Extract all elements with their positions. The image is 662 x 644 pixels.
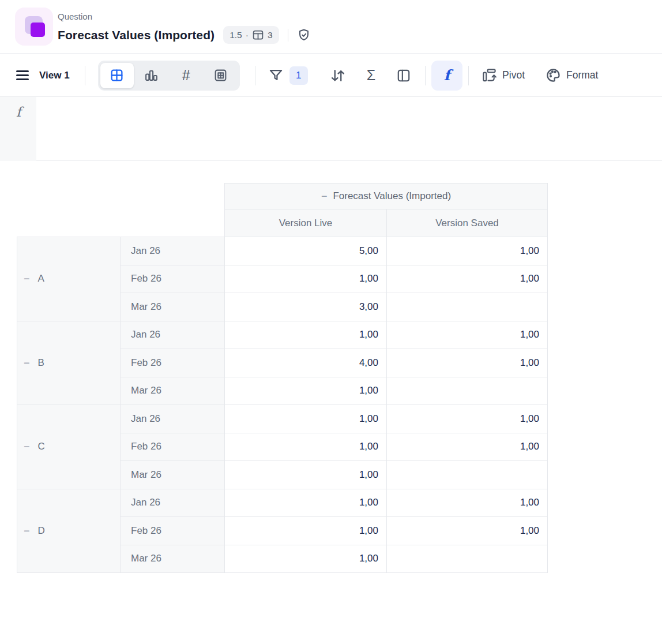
value-cell[interactable]: 1,00 bbox=[387, 321, 548, 349]
collapse-icon[interactable]: − bbox=[24, 358, 30, 368]
view-type-switcher: # bbox=[98, 61, 240, 91]
period-cell[interactable]: Mar 26 bbox=[121, 293, 225, 321]
column-header-version-saved[interactable]: Version Saved bbox=[387, 209, 548, 237]
value-cell[interactable] bbox=[387, 293, 548, 321]
value-cell[interactable]: 1,00 bbox=[225, 321, 387, 349]
measure-header-label: Forecast Values (Imported) bbox=[333, 190, 451, 202]
period-cell[interactable]: Feb 26 bbox=[121, 433, 225, 461]
group-cell-a[interactable]: − A bbox=[17, 237, 121, 321]
period-cell[interactable]: Jan 26 bbox=[121, 321, 225, 349]
page-title[interactable]: Forecast Values (Imported) bbox=[58, 28, 215, 42]
value-cell[interactable]: 1,00 bbox=[387, 433, 548, 461]
chart-view-button[interactable] bbox=[135, 63, 168, 88]
period-cell[interactable]: Feb 26 bbox=[121, 265, 225, 293]
collapse-icon[interactable]: − bbox=[321, 191, 328, 201]
sigma-icon[interactable]: Σ bbox=[367, 67, 375, 84]
value-cell[interactable]: 5,00 bbox=[225, 237, 387, 265]
group-label: C bbox=[38, 441, 45, 452]
value-cell[interactable] bbox=[387, 545, 548, 573]
table-count: 3 bbox=[268, 30, 273, 40]
header-spacer bbox=[17, 209, 225, 237]
toolbar-divider bbox=[85, 66, 85, 85]
pivot-view-icon bbox=[213, 68, 228, 83]
table-count-icon bbox=[252, 29, 264, 41]
value-cell[interactable]: 1,00 bbox=[225, 461, 387, 489]
formula-toggle-button[interactable]: f bbox=[431, 61, 462, 91]
period-cell[interactable]: Jan 26 bbox=[121, 237, 225, 265]
value-cell[interactable]: 1,00 bbox=[225, 489, 387, 517]
period-cell[interactable]: Feb 26 bbox=[121, 349, 225, 377]
value-cell[interactable]: 3,00 bbox=[225, 293, 387, 321]
version-badge[interactable]: 1.5 · 3 bbox=[223, 26, 279, 44]
badge-separator: · bbox=[246, 30, 249, 40]
collapse-icon[interactable]: − bbox=[24, 526, 30, 536]
hash-icon: # bbox=[182, 67, 190, 84]
filter-icon[interactable] bbox=[268, 68, 284, 83]
formula-f-icon: f bbox=[444, 67, 450, 84]
split-columns-icon[interactable] bbox=[396, 68, 411, 83]
value-cell[interactable]: 1,00 bbox=[387, 237, 548, 265]
measure-header-row: − Forecast Values (Imported) bbox=[17, 184, 548, 209]
period-cell[interactable]: Feb 26 bbox=[121, 517, 225, 545]
formula-gutter-f-icon: f bbox=[16, 104, 21, 119]
verified-shield-icon[interactable] bbox=[297, 28, 311, 42]
app-header: Question Forecast Values (Imported) 1.5 … bbox=[0, 0, 662, 54]
view-label[interactable]: View 1 bbox=[39, 70, 70, 81]
period-cell[interactable]: Mar 26 bbox=[121, 377, 225, 405]
menu-icon[interactable] bbox=[16, 70, 29, 80]
collapse-icon[interactable]: − bbox=[24, 274, 30, 284]
collapse-icon[interactable]: − bbox=[24, 441, 30, 452]
period-cell[interactable]: Mar 26 bbox=[121, 545, 225, 573]
table-view-button[interactable] bbox=[100, 63, 134, 88]
value-cell[interactable]: 1,00 bbox=[387, 489, 548, 517]
period-cell[interactable]: Jan 26 bbox=[121, 405, 225, 433]
group-cell-d[interactable]: − D bbox=[17, 489, 121, 573]
pivot-icon bbox=[482, 68, 497, 83]
bar-chart-icon bbox=[144, 68, 159, 83]
group-cell-b[interactable]: − B bbox=[17, 321, 121, 405]
measure-header-cell[interactable]: − Forecast Values (Imported) bbox=[225, 184, 548, 209]
table-view-icon bbox=[110, 68, 124, 83]
table-row: − C Jan 26 1,00 1,00 bbox=[17, 405, 548, 433]
pivot-button[interactable]: Pivot bbox=[482, 68, 525, 83]
number-view-button[interactable]: # bbox=[170, 63, 203, 88]
question-app-icon[interactable] bbox=[15, 8, 53, 46]
pivot-label: Pivot bbox=[502, 69, 525, 81]
format-button[interactable]: Format bbox=[546, 68, 598, 83]
value-cell[interactable]: 1,00 bbox=[225, 377, 387, 405]
period-cell[interactable]: Jan 26 bbox=[121, 489, 225, 517]
filter-count-badge[interactable]: 1 bbox=[289, 66, 308, 85]
column-header-version-live[interactable]: Version Live bbox=[225, 209, 387, 237]
filter-group: 1 bbox=[268, 66, 308, 85]
table-row: − A Jan 26 5,00 1,00 bbox=[17, 237, 548, 265]
value-cell[interactable]: 1,00 bbox=[225, 545, 387, 573]
question-icon-front-square bbox=[31, 23, 45, 37]
header-spacer bbox=[17, 184, 225, 209]
formula-gutter: f bbox=[0, 97, 36, 161]
value-cell[interactable]: 1,00 bbox=[225, 405, 387, 433]
value-cell[interactable] bbox=[387, 461, 548, 489]
value-cell[interactable]: 1,00 bbox=[387, 349, 548, 377]
group-cell-c[interactable]: − C bbox=[17, 405, 121, 489]
column-header-row: Version Live Version Saved bbox=[17, 209, 548, 237]
formula-input[interactable] bbox=[36, 97, 662, 160]
question-type-label: Question bbox=[58, 12, 92, 21]
table-row: − D Jan 26 1,00 1,00 bbox=[17, 489, 548, 517]
value-cell[interactable] bbox=[387, 377, 548, 405]
pivot-view-button[interactable] bbox=[204, 63, 238, 88]
value-cell[interactable]: 1,00 bbox=[225, 265, 387, 293]
sort-icon[interactable] bbox=[330, 68, 346, 84]
value-cell[interactable]: 1,00 bbox=[387, 517, 548, 545]
value-cell[interactable]: 1,00 bbox=[387, 265, 548, 293]
value-cell[interactable]: 1,00 bbox=[387, 405, 548, 433]
header-divider bbox=[288, 29, 288, 42]
version-number: 1.5 bbox=[230, 30, 242, 40]
group-label: D bbox=[38, 525, 45, 537]
value-cell[interactable]: 1,00 bbox=[225, 517, 387, 545]
value-cell[interactable]: 1,00 bbox=[225, 433, 387, 461]
value-cell[interactable]: 4,00 bbox=[225, 349, 387, 377]
table-row: − B Jan 26 1,00 1,00 bbox=[17, 321, 548, 349]
group-label: B bbox=[38, 357, 44, 369]
period-cell[interactable]: Mar 26 bbox=[121, 461, 225, 489]
toolbar-divider bbox=[255, 66, 255, 85]
